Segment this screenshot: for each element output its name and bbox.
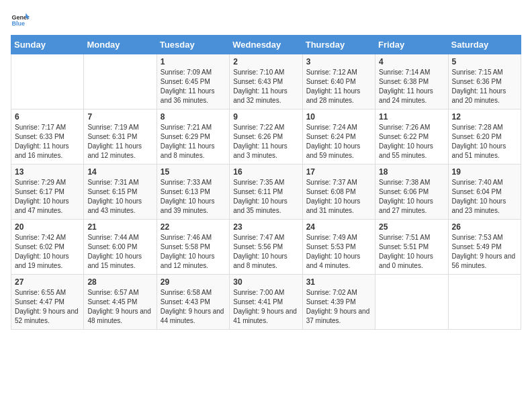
day-content: Sunrise: 7:38 AM Sunset: 6:06 PM Dayligh…: [379, 178, 444, 216]
day-number: 8: [161, 112, 226, 122]
day-cell: 15Sunrise: 7:33 AM Sunset: 6:13 PM Dayli…: [157, 165, 229, 220]
day-cell: 1Sunrise: 7:09 AM Sunset: 6:45 PM Daylig…: [157, 54, 229, 109]
header: General Blue: [11, 11, 521, 30]
day-number: 16: [233, 167, 298, 177]
day-content: Sunrise: 7:37 AM Sunset: 6:08 PM Dayligh…: [306, 178, 371, 216]
day-number: 7: [87, 112, 152, 122]
day-number: 6: [15, 112, 80, 122]
header-row: SundayMondayTuesdayWednesdayThursdayFrid…: [11, 36, 521, 54]
day-number: 29: [161, 277, 226, 287]
day-number: 17: [306, 167, 371, 177]
day-cell: 7Sunrise: 7:19 AM Sunset: 6:31 PM Daylig…: [84, 109, 157, 165]
day-content: Sunrise: 6:55 AM Sunset: 4:47 PM Dayligh…: [15, 288, 80, 326]
day-number: 2: [233, 57, 298, 66]
day-number: 26: [452, 222, 517, 232]
day-cell: 4Sunrise: 7:14 AM Sunset: 6:38 PM Daylig…: [375, 54, 448, 109]
week-row-1: 1Sunrise: 7:09 AM Sunset: 6:45 PM Daylig…: [11, 54, 521, 109]
day-cell: [84, 54, 157, 109]
day-cell: 17Sunrise: 7:37 AM Sunset: 6:08 PM Dayli…: [302, 165, 375, 220]
day-number: 22: [161, 222, 226, 232]
day-content: Sunrise: 7:12 AM Sunset: 6:40 PM Dayligh…: [306, 68, 371, 105]
day-number: 12: [452, 112, 517, 122]
day-cell: 11Sunrise: 7:26 AM Sunset: 6:22 PM Dayli…: [375, 109, 448, 165]
day-content: Sunrise: 6:58 AM Sunset: 4:43 PM Dayligh…: [161, 288, 226, 326]
day-content: Sunrise: 7:44 AM Sunset: 6:00 PM Dayligh…: [87, 233, 152, 271]
day-content: Sunrise: 7:22 AM Sunset: 6:26 PM Dayligh…: [233, 123, 298, 161]
day-cell: 31Sunrise: 7:02 AM Sunset: 4:39 PM Dayli…: [302, 275, 375, 330]
day-cell: 29Sunrise: 6:58 AM Sunset: 4:43 PM Dayli…: [157, 275, 229, 330]
svg-text:Blue: Blue: [11, 20, 25, 27]
header-wednesday: Wednesday: [230, 36, 302, 54]
day-cell: 14Sunrise: 7:31 AM Sunset: 6:15 PM Dayli…: [84, 165, 157, 220]
logo: General Blue: [11, 11, 32, 30]
day-cell: 9Sunrise: 7:22 AM Sunset: 6:26 PM Daylig…: [230, 109, 302, 165]
day-cell: 16Sunrise: 7:35 AM Sunset: 6:11 PM Dayli…: [230, 165, 302, 220]
day-cell: 18Sunrise: 7:38 AM Sunset: 6:06 PM Dayli…: [375, 165, 448, 220]
day-cell: 19Sunrise: 7:40 AM Sunset: 6:04 PM Dayli…: [448, 165, 521, 220]
day-content: Sunrise: 7:51 AM Sunset: 5:51 PM Dayligh…: [379, 233, 444, 271]
day-content: Sunrise: 7:42 AM Sunset: 6:02 PM Dayligh…: [15, 233, 80, 271]
day-cell: 24Sunrise: 7:49 AM Sunset: 5:53 PM Dayli…: [302, 220, 375, 275]
day-content: Sunrise: 7:46 AM Sunset: 5:58 PM Dayligh…: [161, 233, 226, 271]
day-content: Sunrise: 7:21 AM Sunset: 6:29 PM Dayligh…: [161, 123, 226, 161]
day-cell: 5Sunrise: 7:15 AM Sunset: 6:36 PM Daylig…: [448, 54, 521, 109]
day-number: 14: [87, 167, 152, 177]
day-number: 1: [161, 57, 226, 66]
day-cell: 30Sunrise: 7:00 AM Sunset: 4:41 PM Dayli…: [230, 275, 302, 330]
header-sunday: Sunday: [11, 36, 84, 54]
day-content: Sunrise: 7:14 AM Sunset: 6:38 PM Dayligh…: [379, 68, 444, 105]
day-content: Sunrise: 7:35 AM Sunset: 6:11 PM Dayligh…: [233, 178, 298, 216]
day-number: 4: [379, 57, 444, 66]
day-cell: 23Sunrise: 7:47 AM Sunset: 5:56 PM Dayli…: [230, 220, 302, 275]
day-number: 25: [379, 222, 444, 232]
week-row-3: 13Sunrise: 7:29 AM Sunset: 6:17 PM Dayli…: [11, 165, 521, 220]
day-number: 24: [306, 222, 371, 232]
day-number: 3: [306, 57, 371, 66]
day-number: 31: [306, 277, 371, 287]
day-cell: 25Sunrise: 7:51 AM Sunset: 5:51 PM Dayli…: [375, 220, 448, 275]
header-friday: Friday: [375, 36, 448, 54]
day-number: 19: [452, 167, 517, 177]
header-tuesday: Tuesday: [157, 36, 229, 54]
day-content: Sunrise: 7:02 AM Sunset: 4:39 PM Dayligh…: [306, 288, 371, 326]
day-number: 5: [452, 57, 517, 66]
day-cell: 10Sunrise: 7:24 AM Sunset: 6:24 PM Dayli…: [302, 109, 375, 165]
calendar-table: SundayMondayTuesdayWednesdayThursdayFrid…: [11, 35, 521, 330]
day-number: 9: [233, 112, 298, 122]
day-cell: 22Sunrise: 7:46 AM Sunset: 5:58 PM Dayli…: [157, 220, 229, 275]
day-cell: [448, 275, 521, 330]
day-number: 15: [161, 167, 226, 177]
day-cell: 3Sunrise: 7:12 AM Sunset: 6:40 PM Daylig…: [302, 54, 375, 109]
day-content: Sunrise: 7:26 AM Sunset: 6:22 PM Dayligh…: [379, 123, 444, 161]
day-cell: 13Sunrise: 7:29 AM Sunset: 6:17 PM Dayli…: [11, 165, 84, 220]
day-cell: 6Sunrise: 7:17 AM Sunset: 6:33 PM Daylig…: [11, 109, 84, 165]
day-cell: 2Sunrise: 7:10 AM Sunset: 6:43 PM Daylig…: [230, 54, 302, 109]
day-content: Sunrise: 7:17 AM Sunset: 6:33 PM Dayligh…: [15, 123, 80, 161]
day-content: Sunrise: 7:53 AM Sunset: 5:49 PM Dayligh…: [452, 233, 517, 271]
header-monday: Monday: [84, 36, 157, 54]
day-cell: 8Sunrise: 7:21 AM Sunset: 6:29 PM Daylig…: [157, 109, 229, 165]
day-content: Sunrise: 7:31 AM Sunset: 6:15 PM Dayligh…: [87, 178, 152, 216]
week-row-5: 27Sunrise: 6:55 AM Sunset: 4:47 PM Dayli…: [11, 275, 521, 330]
day-content: Sunrise: 7:28 AM Sunset: 6:20 PM Dayligh…: [452, 123, 517, 161]
day-content: Sunrise: 7:09 AM Sunset: 6:45 PM Dayligh…: [161, 68, 226, 105]
day-content: Sunrise: 7:19 AM Sunset: 6:31 PM Dayligh…: [87, 123, 152, 161]
day-content: Sunrise: 7:40 AM Sunset: 6:04 PM Dayligh…: [452, 178, 517, 216]
day-number: 11: [379, 112, 444, 122]
day-number: 27: [15, 277, 80, 287]
day-number: 13: [15, 167, 80, 177]
day-number: 20: [15, 222, 80, 232]
day-content: Sunrise: 7:00 AM Sunset: 4:41 PM Dayligh…: [233, 288, 298, 326]
day-cell: 28Sunrise: 6:57 AM Sunset: 4:45 PM Dayli…: [84, 275, 157, 330]
week-row-4: 20Sunrise: 7:42 AM Sunset: 6:02 PM Dayli…: [11, 220, 521, 275]
day-cell: [375, 275, 448, 330]
day-cell: [11, 54, 84, 109]
day-content: Sunrise: 7:24 AM Sunset: 6:24 PM Dayligh…: [306, 123, 371, 161]
day-cell: 21Sunrise: 7:44 AM Sunset: 6:00 PM Dayli…: [84, 220, 157, 275]
header-saturday: Saturday: [448, 36, 521, 54]
day-content: Sunrise: 7:15 AM Sunset: 6:36 PM Dayligh…: [452, 68, 517, 105]
day-content: Sunrise: 7:49 AM Sunset: 5:53 PM Dayligh…: [306, 233, 371, 271]
day-content: Sunrise: 7:33 AM Sunset: 6:13 PM Dayligh…: [161, 178, 226, 216]
day-cell: 27Sunrise: 6:55 AM Sunset: 4:47 PM Dayli…: [11, 275, 84, 330]
day-content: Sunrise: 6:57 AM Sunset: 4:45 PM Dayligh…: [87, 288, 152, 326]
